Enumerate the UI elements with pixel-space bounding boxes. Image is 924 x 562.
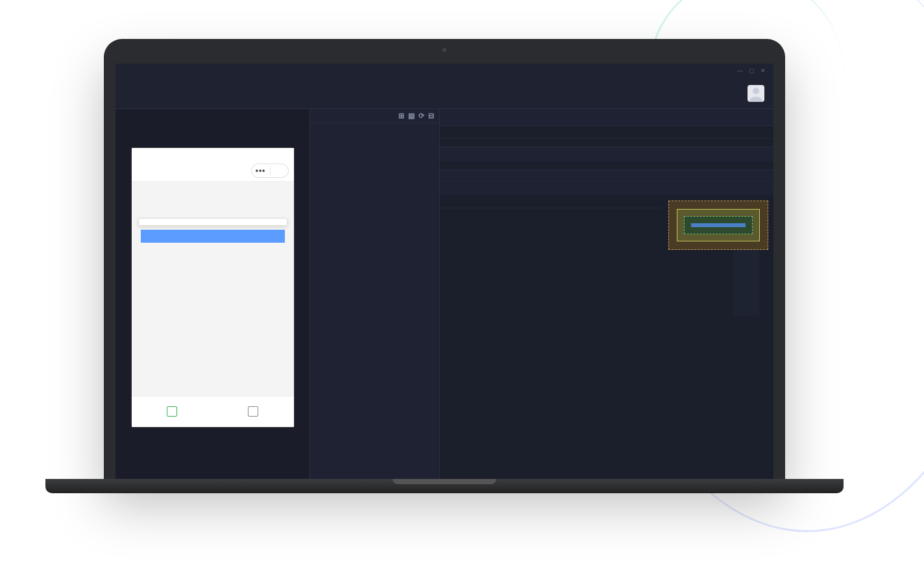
laptop-mockup: — ▢ ✕ •••	[104, 39, 785, 493]
top-toolbar	[116, 78, 773, 109]
editor-column	[440, 109, 773, 479]
window-buttons: — ▢ ✕	[737, 67, 767, 74]
devtools	[440, 147, 773, 479]
box-content-size	[691, 223, 746, 227]
collapse-icon[interactable]: ⊟	[428, 112, 434, 120]
grid-icon	[167, 406, 177, 417]
code-editor[interactable]	[440, 139, 773, 147]
new-folder-icon[interactable]: ▧	[408, 112, 415, 120]
phone-simulator: •••	[132, 148, 294, 427]
avatar[interactable]	[748, 85, 764, 102]
tabbar-api[interactable]	[213, 397, 294, 427]
highlighted-element[interactable]	[141, 230, 285, 243]
box-model	[663, 195, 773, 479]
simulator-pane: •••	[116, 109, 310, 479]
capsule-menu-icon[interactable]: •••	[252, 166, 270, 175]
menu-bar: — ▢ ✕	[116, 64, 773, 78]
refresh-icon[interactable]: ⟳	[419, 112, 424, 120]
styles-rules[interactable]	[440, 195, 663, 479]
new-file-icon[interactable]: ⊞	[398, 112, 404, 120]
capsule-close-icon[interactable]	[270, 166, 288, 175]
file-explorer: ⊞ ▧ ⟳ ⊟	[310, 109, 440, 479]
maximize-icon[interactable]: ▢	[749, 67, 755, 74]
close-icon[interactable]: ✕	[760, 67, 767, 74]
inspector-tooltip	[138, 218, 287, 226]
device-label[interactable]	[116, 109, 310, 122]
api-icon	[248, 406, 258, 417]
tabbar-components[interactable]	[132, 397, 213, 427]
minimize-icon[interactable]: —	[737, 67, 744, 74]
capsule-button[interactable]: •••	[251, 164, 289, 178]
dom-tree[interactable]	[440, 162, 773, 169]
